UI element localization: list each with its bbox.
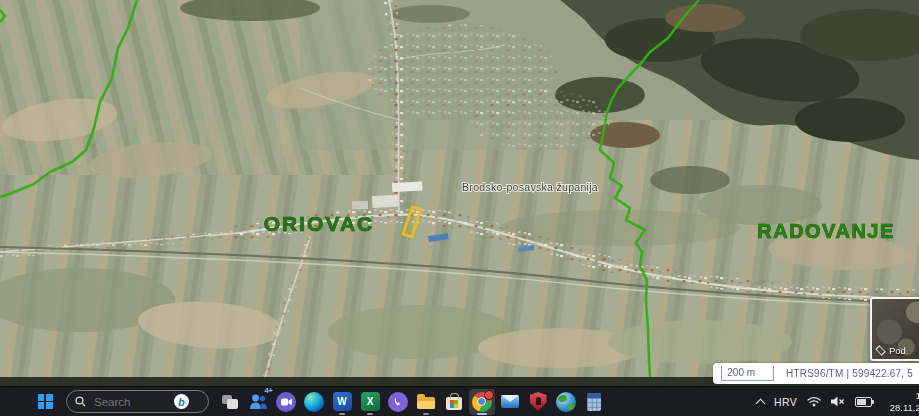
video-call-icon <box>276 392 296 412</box>
taskbar-app-word[interactable]: W <box>329 389 355 415</box>
taskbar-app-viber[interactable] <box>385 389 411 415</box>
system-tray: HRV 12 28.11.20 <box>757 390 919 413</box>
taskbar-app-microsoft-store[interactable] <box>441 389 467 415</box>
excel-icon: X <box>361 392 380 411</box>
running-indicator <box>367 413 373 415</box>
county-label: Brodsko-posavska županija <box>462 181 598 193</box>
settlement-label-oriovac: ORIOVAC <box>264 212 374 235</box>
taskbar-app-excel[interactable]: X <box>357 389 383 415</box>
microsoft-store-icon <box>446 397 462 410</box>
projection-coordinates: HTRS96/TM | 599422.67, 5 <box>786 368 913 379</box>
taskbar-app-chrome[interactable] <box>469 389 495 415</box>
wifi-icon <box>807 396 821 407</box>
windows-logo-icon <box>38 394 53 409</box>
calculator-icon <box>587 393 601 411</box>
clock-time: 12 <box>915 390 919 401</box>
file-explorer-icon <box>417 397 435 409</box>
battery-button[interactable] <box>855 397 872 407</box>
search-box[interactable]: b <box>66 390 209 413</box>
running-indicator <box>477 413 487 415</box>
battery-icon <box>855 397 872 407</box>
running-indicator <box>339 413 345 415</box>
clock-date: 28.11.20 <box>890 402 919 413</box>
taskbar-pinned-apps: b 4+ <box>32 389 607 415</box>
search-input[interactable] <box>92 395 168 409</box>
task-view-button[interactable] <box>217 389 243 415</box>
search-icon <box>75 396 86 407</box>
language-indicator[interactable]: HRV <box>774 396 797 408</box>
keyhole-icon <box>536 397 541 405</box>
bing-icon[interactable]: b <box>174 394 189 409</box>
gis-globe-icon <box>556 392 576 412</box>
scale-bar: 200 m <box>721 366 774 381</box>
chrome-icon <box>472 392 492 412</box>
map-statusbar: 200 m HTRS96/TM | 599422.67, 5 <box>713 363 919 384</box>
mail-icon <box>501 395 519 408</box>
taskbar-app-antivirus[interactable] <box>525 389 551 415</box>
running-indicator <box>423 413 429 415</box>
layers-icon <box>875 345 885 355</box>
taskbar-app-file-explorer[interactable] <box>413 389 439 415</box>
map-viewport[interactable]: ORIOVAC RADOVANJE Brodsko-posavska župan… <box>0 0 919 386</box>
volume-button[interactable] <box>831 396 845 407</box>
tray-overflow-button[interactable] <box>757 397 764 407</box>
taskbar-app-teams[interactable]: 4+ <box>245 389 271 415</box>
settlement-label-radovanje: RADOVANJE <box>757 220 895 242</box>
teams-icon <box>249 393 268 410</box>
aerial-map[interactable]: ORIOVAC RADOVANJE Brodsko-posavska župan… <box>0 0 919 386</box>
start-button[interactable] <box>32 389 58 415</box>
taskbar-app-edge[interactable] <box>301 389 327 415</box>
desktop: ORIOVAC RADOVANJE Brodsko-posavska župan… <box>0 0 919 416</box>
task-view-icon <box>222 395 238 409</box>
windows-flag-icon <box>450 400 458 408</box>
chevron-up-icon <box>756 398 766 408</box>
basemap-switcher-label: Pod <box>876 345 906 356</box>
taskbar-app-gis[interactable] <box>553 389 579 415</box>
wifi-button[interactable] <box>807 396 821 407</box>
clock[interactable]: 12 28.11.20 <box>882 390 919 413</box>
volume-muted-icon <box>831 396 845 407</box>
taskbar-app-calculator[interactable] <box>581 389 607 415</box>
basemap-switcher[interactable]: Pod <box>870 297 919 361</box>
edge-icon <box>304 392 324 412</box>
taskbar: b 4+ <box>0 386 919 416</box>
taskbar-app-video-call[interactable] <box>273 389 299 415</box>
word-icon: W <box>333 392 352 411</box>
antivirus-shield-icon <box>530 392 547 411</box>
chrome-notification-badge <box>484 390 494 400</box>
viber-icon <box>388 392 408 412</box>
basemap-label-text: Pod <box>889 345 906 356</box>
taskbar-app-mail[interactable] <box>497 389 523 415</box>
